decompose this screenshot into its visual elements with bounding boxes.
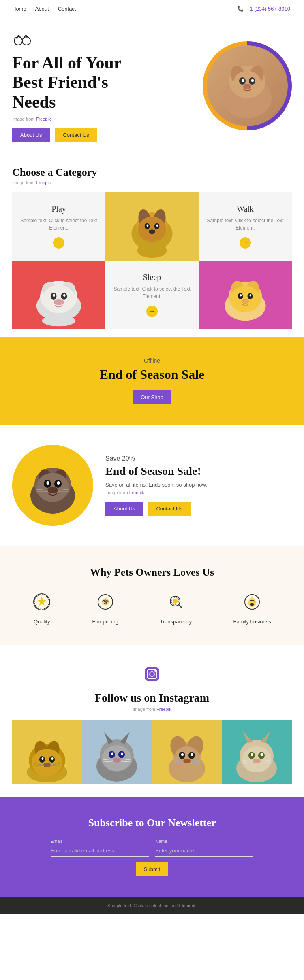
nav-contact[interactable]: Contact bbox=[58, 6, 76, 12]
svg-line-68 bbox=[179, 605, 182, 608]
hero-credit: Image from Freepik bbox=[12, 117, 150, 121]
hero-logo-icon bbox=[12, 30, 150, 49]
instagram-photo-1 bbox=[12, 720, 82, 784]
email-input[interactable] bbox=[51, 845, 149, 857]
name-input[interactable] bbox=[155, 845, 253, 857]
play-arrow[interactable]: → bbox=[53, 237, 64, 249]
svg-point-55 bbox=[47, 481, 49, 485]
family-business-label: Family business bbox=[233, 619, 271, 625]
family-business-icon bbox=[233, 593, 271, 614]
hero-about-button[interactable]: About Us bbox=[12, 128, 50, 142]
svg-point-114 bbox=[181, 753, 184, 756]
svg-point-100 bbox=[121, 752, 123, 755]
svg-point-1 bbox=[22, 37, 30, 45]
svg-point-99 bbox=[111, 752, 113, 755]
newsletter-form: Email Name Submit bbox=[51, 839, 253, 876]
hero-contact-button[interactable]: Contact Us bbox=[55, 128, 97, 142]
svg-point-56 bbox=[57, 481, 60, 485]
nav-links: Home About Contact bbox=[12, 6, 76, 12]
walk-arrow[interactable]: → bbox=[240, 237, 251, 249]
instagram-photo-4 bbox=[222, 720, 292, 784]
category-credit: Image from Freepik bbox=[12, 180, 292, 185]
category-section: Choose a Category Image from Freepik Pla… bbox=[0, 150, 304, 337]
svg-point-115 bbox=[191, 753, 193, 756]
why-section: Why Pets Owners Loves Us Quality $ bbox=[0, 546, 304, 645]
product-credit-link[interactable]: Freepik bbox=[129, 490, 144, 495]
svg-point-84 bbox=[41, 757, 43, 760]
sleep-text: Sample text. Click to select the Text El… bbox=[113, 285, 191, 300]
svg-point-44 bbox=[240, 294, 242, 297]
product-contact-button[interactable]: Contact Us bbox=[148, 502, 190, 516]
product-about-button[interactable]: About Us bbox=[105, 502, 143, 516]
svg-point-35 bbox=[42, 315, 76, 327]
sleep-title: Sleep bbox=[113, 273, 191, 282]
transparency-label: Transparency bbox=[160, 619, 192, 625]
svg-point-131 bbox=[253, 759, 261, 763]
product-credit: Image from Freepik bbox=[105, 490, 292, 495]
category-play: Play Sample text. Click to select the Te… bbox=[12, 192, 105, 261]
svg-point-71 bbox=[250, 603, 254, 606]
svg-point-9 bbox=[242, 79, 244, 82]
why-family-business: Family business bbox=[233, 593, 271, 625]
walk-title: Walk bbox=[207, 204, 284, 214]
sale-shop-button[interactable]: Our Shop bbox=[133, 390, 171, 404]
product-save-text: Save 20% bbox=[105, 455, 292, 462]
dog-image-circle bbox=[207, 45, 288, 126]
hero-image bbox=[203, 41, 292, 130]
instagram-photo-2 bbox=[82, 720, 152, 784]
footer-text: Sample text. Click to select the Text El… bbox=[12, 903, 292, 908]
play-text: Sample text. Click to select the Text El… bbox=[20, 217, 97, 232]
svg-point-21 bbox=[156, 225, 158, 227]
name-label: Name bbox=[155, 839, 253, 844]
svg-point-130 bbox=[261, 753, 263, 756]
name-field-wrap: Name bbox=[155, 839, 253, 857]
email-field-wrap: Email bbox=[51, 839, 149, 857]
category-title: Choose a Category bbox=[12, 166, 292, 179]
newsletter-submit-button[interactable]: Submit bbox=[136, 862, 168, 876]
nav-about[interactable]: About bbox=[35, 6, 49, 12]
instagram-credit: Image from Freepik bbox=[12, 707, 292, 712]
sleep-arrow[interactable]: → bbox=[146, 306, 158, 317]
svg-point-86 bbox=[43, 763, 51, 767]
svg-point-34 bbox=[54, 299, 64, 305]
nav-home[interactable]: Home bbox=[12, 6, 26, 12]
product-buttons: About Us Contact Us bbox=[105, 502, 292, 516]
newsletter-fields-row: Email Name bbox=[51, 839, 253, 857]
svg-point-10 bbox=[251, 79, 254, 82]
svg-point-20 bbox=[147, 225, 149, 227]
category-sleep: Sleep Sample text. Click to select the T… bbox=[105, 261, 199, 329]
category-golden-image bbox=[199, 261, 292, 329]
why-title: Why Pets Owners Loves Us bbox=[12, 566, 292, 578]
navigation: Home About Contact 📞 +1 (234) 567-8910 bbox=[0, 0, 304, 17]
svg-point-46 bbox=[242, 299, 249, 304]
category-credit-link[interactable]: Freepik bbox=[36, 180, 51, 185]
phone-number: 📞 +1 (234) 567-8910 bbox=[237, 6, 292, 12]
category-bulldog-image bbox=[12, 261, 105, 329]
hero-credit-link[interactable]: Freepik bbox=[36, 117, 51, 121]
svg-point-101 bbox=[113, 758, 121, 763]
category-walk: Walk Sample text. Click to select the Te… bbox=[199, 192, 292, 261]
product-image bbox=[12, 445, 93, 526]
svg-point-57 bbox=[47, 487, 58, 493]
quality-label: Quality bbox=[33, 619, 51, 625]
product-content: Save 20% End of Season Sale! Save on all… bbox=[105, 455, 292, 516]
svg-point-32 bbox=[53, 294, 55, 297]
hero-content: For All of Your Best Friend's Needs Imag… bbox=[12, 30, 150, 142]
play-title: Play bbox=[20, 204, 97, 214]
instagram-credit-link[interactable]: Freepik bbox=[156, 707, 171, 712]
instagram-section: Follow us on Instagram Image from Freepi… bbox=[0, 645, 304, 797]
instagram-icon bbox=[12, 665, 292, 687]
hero-title: For All of Your Best Friend's Needs bbox=[12, 53, 150, 112]
sale-banner: Offline End of Season Sale Our Shop bbox=[0, 337, 304, 425]
svg-point-17 bbox=[138, 217, 166, 242]
newsletter-title: Subscribe to Our Newsletter bbox=[12, 817, 292, 829]
svg-point-129 bbox=[251, 753, 253, 756]
instagram-grid bbox=[12, 720, 292, 784]
svg-point-22 bbox=[149, 230, 156, 234]
fair-pricing-label: Fair pricing bbox=[92, 619, 118, 625]
email-label: Email bbox=[51, 839, 149, 844]
product-title: End of Season Sale! bbox=[105, 465, 292, 478]
svg-point-33 bbox=[63, 294, 66, 297]
footer: Sample text. Click to select the Text El… bbox=[0, 897, 304, 914]
category-beagle-image bbox=[105, 192, 199, 261]
